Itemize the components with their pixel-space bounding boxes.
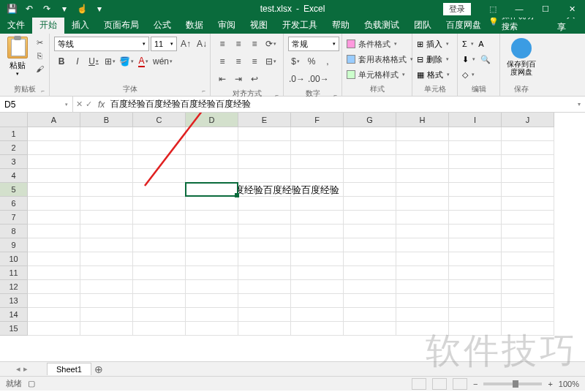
cell[interactable] [291,211,344,225]
bold-button[interactable]: B [54,54,69,69]
row-header[interactable]: 3 [0,155,28,169]
cell[interactable] [133,169,186,183]
cell[interactable] [238,197,291,211]
cell[interactable] [80,183,133,197]
cell[interactable] [185,182,238,197]
cell[interactable] [449,294,502,308]
cell[interactable] [344,155,396,169]
font-launcher[interactable]: ⌐ [202,88,205,94]
table-format-button[interactable]: 套用表格格式▾ [347,52,413,67]
cell[interactable] [80,252,133,266]
row-header[interactable]: 4 [0,169,28,183]
zoom-in-icon[interactable]: + [548,380,552,388]
cell[interactable] [291,169,344,183]
cell[interactable] [396,211,449,225]
cell[interactable] [133,141,186,155]
cell[interactable] [502,238,554,252]
indent-increase-icon[interactable]: ⇥ [231,72,246,86]
cell[interactable] [80,127,133,141]
cell[interactable] [186,169,238,183]
cell[interactable] [238,211,291,225]
cell[interactable] [449,225,502,238]
cell[interactable] [449,280,502,294]
cell[interactable] [396,238,449,252]
cell[interactable] [344,197,396,211]
undo-icon[interactable]: ↶ [23,3,35,15]
cell[interactable] [396,294,449,308]
tab-home[interactable]: 开始 [32,17,64,34]
cell[interactable] [449,197,502,211]
cell[interactable] [133,252,186,266]
cell[interactable] [133,183,186,197]
cell[interactable] [502,211,554,225]
cell[interactable] [344,211,396,225]
row-header[interactable]: 6 [0,197,28,211]
insert-cells-button[interactable]: ⊞ 插入▾ [417,37,450,51]
tab-load[interactable]: 负载测试 [357,17,407,34]
cell[interactable] [291,322,344,336]
zoom-level[interactable]: 100% [559,380,579,388]
fx-icon[interactable]: fx [98,99,105,110]
cell[interactable] [502,169,554,183]
cell[interactable] [449,238,502,252]
zoom-slider[interactable] [483,382,542,385]
cell[interactable] [28,252,80,266]
cell[interactable] [238,238,291,252]
col-header[interactable]: J [502,113,554,127]
cell[interactable] [502,266,554,280]
cell[interactable] [396,252,449,266]
cell[interactable] [186,322,238,336]
cell[interactable] [133,238,186,252]
tab-baidu[interactable]: 百度网盘 [439,17,488,34]
cell[interactable] [80,280,133,294]
cell[interactable] [238,280,291,294]
cell[interactable] [449,141,502,155]
cell[interactable] [396,155,449,169]
cell[interactable] [80,211,133,225]
row-header[interactable]: 1 [0,127,28,141]
cell[interactable] [344,225,396,238]
redo-icon[interactable]: ↷ [41,3,53,15]
cell[interactable] [449,183,502,197]
decrease-font-icon[interactable]: A↓ [195,37,209,51]
comma-icon[interactable]: , [320,54,335,69]
save-icon[interactable]: 💾 [6,3,18,15]
cell[interactable] [133,155,186,169]
cell[interactable] [186,141,238,155]
sheet-tab[interactable]: Sheet1 [47,363,91,375]
cell[interactable] [80,169,133,183]
cell[interactable] [28,238,80,252]
cell[interactable] [291,141,344,155]
cell[interactable] [344,127,396,141]
cell[interactable] [449,266,502,280]
cell[interactable] [502,280,554,294]
align-launcher[interactable]: ⌐ [275,92,279,99]
col-header[interactable]: B [80,113,133,127]
cell[interactable] [291,127,344,141]
align-left-icon[interactable]: ≡ [215,54,230,69]
conditional-format-button[interactable]: 条件格式▾ [347,37,413,51]
wrap-text-icon[interactable]: ↩ [247,72,262,86]
border-button[interactable]: ⊞▾ [102,54,117,69]
tab-view[interactable]: 视图 [243,17,275,34]
cell[interactable] [186,308,238,322]
cell[interactable] [344,141,396,155]
maximize-icon[interactable]: ☐ [532,0,559,18]
col-header[interactable]: E [238,113,291,127]
cell[interactable] [80,155,133,169]
cell[interactable] [80,141,133,155]
col-header[interactable]: D [186,113,238,127]
cell[interactable] [502,308,554,322]
formula-expand-icon[interactable]: ▾ [573,101,585,108]
cell[interactable] [502,197,554,211]
cell[interactable] [291,183,344,197]
format-painter-icon[interactable]: 🖌 [33,63,46,75]
col-header[interactable]: G [344,113,396,127]
cell[interactable] [344,252,396,266]
row-header[interactable]: 5 [0,183,28,197]
cell[interactable] [396,127,449,141]
cell[interactable] [396,322,449,336]
cell[interactable] [396,197,449,211]
cell[interactable] [449,169,502,183]
cell[interactable] [28,169,80,183]
